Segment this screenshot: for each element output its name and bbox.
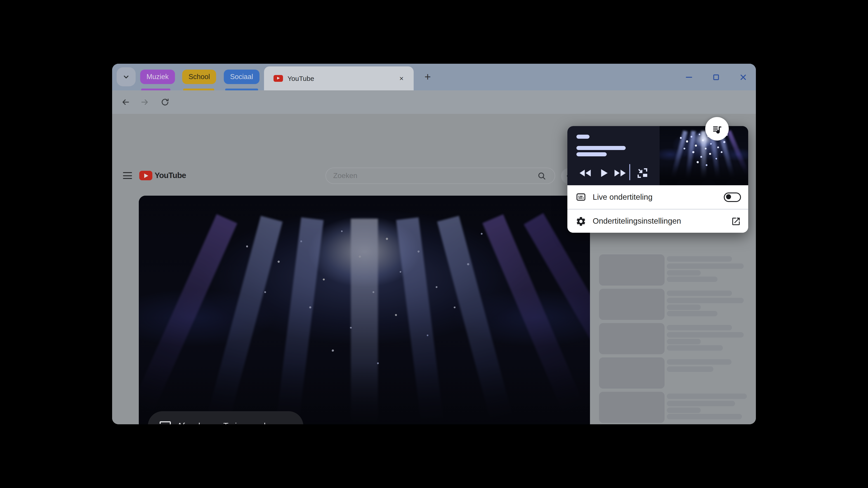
new-tab-button[interactable]: + [421, 70, 434, 84]
search-icon[interactable] [537, 171, 547, 181]
tab-group-sociaal[interactable]: Sociaal [224, 70, 259, 84]
live-caption-toggle[interactable] [723, 192, 741, 202]
skeleton-title-bar [576, 146, 625, 150]
search-bar[interactable] [326, 168, 555, 184]
youtube-favicon [274, 75, 283, 82]
reload-icon[interactable] [160, 97, 170, 107]
browser-window: Muziek School Sociaal YouTube × + [112, 64, 756, 424]
youtube-wordmark[interactable]: YouTube [155, 171, 186, 180]
forward-icon[interactable] [140, 97, 150, 107]
menu-icon[interactable] [123, 172, 132, 181]
tab-strip: Muziek School Sociaal YouTube × + [112, 64, 756, 90]
cast-overlay-label: Afspelen op Tv in woonkamer [177, 421, 287, 424]
close-icon [739, 73, 747, 81]
screen: Muziek School Sociaal YouTube × + [0, 0, 868, 488]
tab-close-icon[interactable]: × [396, 66, 407, 90]
maximize-button[interactable] [708, 70, 724, 85]
settings-gear-icon [576, 216, 586, 227]
window-controls [681, 70, 751, 85]
back-icon[interactable] [120, 97, 130, 107]
browser-toolbar: youtube.com/watch/ [112, 90, 756, 114]
tab-group-school[interactable]: School [182, 70, 216, 84]
skeleton-list-item [599, 323, 748, 354]
chevron-down-icon [122, 72, 131, 81]
play-icon[interactable] [596, 166, 611, 180]
maximize-icon [712, 73, 720, 81]
concert-video-frame [139, 196, 590, 424]
skeleton-list-item [599, 254, 748, 286]
controls-divider [629, 164, 630, 180]
skeleton-list-item [599, 392, 748, 423]
minimize-button[interactable] [681, 70, 697, 85]
close-window-button[interactable] [736, 70, 751, 85]
tab-search-button[interactable] [117, 67, 135, 86]
media-controls-popup: Live ondertiteling Ondertitelingsinstell… [567, 126, 748, 232]
live-caption-label: Live ondertiteling [593, 192, 653, 202]
album-art [659, 126, 748, 185]
skeleton-artist-bar [576, 152, 607, 156]
tab-youtube[interactable]: YouTube × [264, 66, 414, 90]
cast-overlay-button[interactable]: Afspelen op Tv in woonkamer [148, 411, 303, 424]
picture-in-picture-icon[interactable] [635, 166, 650, 180]
media-controls-icon [711, 123, 723, 135]
tab-group-muziek[interactable]: Muziek [140, 70, 175, 84]
fast-rewind-icon[interactable] [578, 166, 593, 180]
video-player[interactable]: Afspelen op Tv in woonkamer [139, 196, 590, 424]
related-videos-skeleton [599, 254, 748, 424]
caption-settings-row[interactable]: Ondertitelingsinstellingen [567, 209, 748, 232]
skeleton-source-bar [576, 134, 589, 138]
fast-forward-icon[interactable] [613, 166, 627, 180]
skeleton-list-item [599, 357, 748, 389]
search-input[interactable] [333, 169, 505, 183]
caption-options: Live ondertiteling Ondertitelingsinstell… [567, 185, 748, 232]
media-controls-button[interactable] [705, 117, 729, 140]
caption-settings-label: Ondertitelingsinstellingen [593, 217, 681, 226]
cast-icon [159, 420, 171, 424]
minimize-icon [685, 73, 693, 81]
open-in-new-icon [731, 216, 741, 226]
live-caption-icon [576, 192, 586, 202]
skeleton-list-item [599, 289, 748, 320]
live-caption-row[interactable]: Live ondertiteling [567, 185, 748, 209]
tab-title: YouTube [287, 66, 314, 90]
youtube-logo-icon[interactable] [139, 171, 152, 180]
